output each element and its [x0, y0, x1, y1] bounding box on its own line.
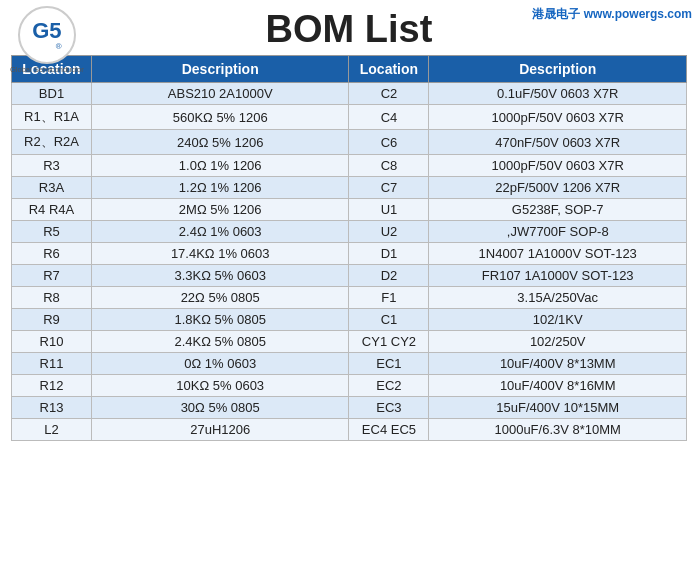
location1-cell: R11	[12, 353, 92, 375]
table-row: R617.4KΩ 1% 0603D11N4007 1A1000V SOT-123	[12, 243, 687, 265]
logo-circle: G5 ®	[18, 6, 76, 64]
location2-cell: D2	[349, 265, 429, 287]
logo-g5-text: G5	[32, 20, 61, 42]
logo-area: G5 ® Global Semiconductor	[10, 6, 84, 74]
description2-cell: 15uF/400V 10*15MM	[429, 397, 687, 419]
location2-cell: F1	[349, 287, 429, 309]
location2-cell: EC2	[349, 375, 429, 397]
location2-cell: U1	[349, 199, 429, 221]
description1-cell: 0Ω 1% 0603	[91, 353, 349, 375]
location2-cell: C6	[349, 130, 429, 155]
location1-cell: R3A	[12, 177, 92, 199]
description1-cell: 27uH1206	[91, 419, 349, 441]
location1-cell: BD1	[12, 83, 92, 105]
description2-cell: 102/1KV	[429, 309, 687, 331]
location1-cell: R1、R1A	[12, 105, 92, 130]
location2-cell: D1	[349, 243, 429, 265]
location2-cell: C1	[349, 309, 429, 331]
location1-cell: R9	[12, 309, 92, 331]
table-row: R73.3KΩ 5% 0603D2FR107 1A1000V SOT-123	[12, 265, 687, 287]
description1-cell: 30Ω 5% 0805	[91, 397, 349, 419]
description2-cell: 1000pF/50V 0603 X7R	[429, 155, 687, 177]
description2-cell: G5238F, SOP-7	[429, 199, 687, 221]
logo-reg-text: ®	[56, 42, 62, 51]
location2-cell: C4	[349, 105, 429, 130]
table-row: R2、R2A240Ω 5% 1206C6470nF/50V 0603 X7R	[12, 130, 687, 155]
description1-cell: 1.2Ω 1% 1206	[91, 177, 349, 199]
description1-cell: 1.8KΩ 5% 0805	[91, 309, 349, 331]
location1-cell: L2	[12, 419, 92, 441]
table-row: R1330Ω 5% 0805EC315uF/400V 10*15MM	[12, 397, 687, 419]
location1-cell: R13	[12, 397, 92, 419]
description2-cell: 10uF/400V 8*16MM	[429, 375, 687, 397]
description1-cell: 560KΩ 5% 1206	[91, 105, 349, 130]
location1-cell: R8	[12, 287, 92, 309]
table-row: R4 R4A2MΩ 5% 1206U1G5238F, SOP-7	[12, 199, 687, 221]
location2-cell: U2	[349, 221, 429, 243]
page-header: G5 ® Global Semiconductor BOM List 港晟电子 …	[0, 0, 698, 55]
table-row: L227uH1206EC4 EC51000uF/6.3V 8*10MM	[12, 419, 687, 441]
location1-cell: R2、R2A	[12, 130, 92, 155]
location1-cell: R3	[12, 155, 92, 177]
description1-cell: ABS210 2A1000V	[91, 83, 349, 105]
location1-cell: R12	[12, 375, 92, 397]
col-header-location2: Location	[349, 56, 429, 83]
description2-cell: FR107 1A1000V SOT-123	[429, 265, 687, 287]
col-header-description2: Description	[429, 56, 687, 83]
description2-cell: 470nF/50V 0603 X7R	[429, 130, 687, 155]
location1-cell: R10	[12, 331, 92, 353]
description1-cell: 22Ω 5% 0805	[91, 287, 349, 309]
location2-cell: C7	[349, 177, 429, 199]
location1-cell: R7	[12, 265, 92, 287]
description2-cell: 10uF/400V 8*13MM	[429, 353, 687, 375]
description1-cell: 2MΩ 5% 1206	[91, 199, 349, 221]
location2-cell: EC3	[349, 397, 429, 419]
description1-cell: 240Ω 5% 1206	[91, 130, 349, 155]
description2-cell: ,JW7700F SOP-8	[429, 221, 687, 243]
description1-cell: 2.4KΩ 5% 0805	[91, 331, 349, 353]
location2-cell: CY1 CY2	[349, 331, 429, 353]
description2-cell: 0.1uF/50V 0603 X7R	[429, 83, 687, 105]
location1-cell: R4 R4A	[12, 199, 92, 221]
description2-cell: 1000pF/50V 0603 X7R	[429, 105, 687, 130]
page-title: BOM List	[266, 8, 433, 51]
table-row: R91.8KΩ 5% 0805C1102/1KV	[12, 309, 687, 331]
bom-table: Location Description Location Descriptio…	[11, 55, 687, 441]
location2-cell: EC4 EC5	[349, 419, 429, 441]
table-header-row: Location Description Location Descriptio…	[12, 56, 687, 83]
location2-cell: EC1	[349, 353, 429, 375]
table-row: R1210KΩ 5% 0603EC210uF/400V 8*16MM	[12, 375, 687, 397]
location1-cell: R6	[12, 243, 92, 265]
table-row: BD1ABS210 2A1000VC20.1uF/50V 0603 X7R	[12, 83, 687, 105]
table-row: R1、R1A560KΩ 5% 1206C41000pF/50V 0603 X7R	[12, 105, 687, 130]
description1-cell: 2.4Ω 1% 0603	[91, 221, 349, 243]
col-header-description1: Description	[91, 56, 349, 83]
location2-cell: C2	[349, 83, 429, 105]
description1-cell: 1.0Ω 1% 1206	[91, 155, 349, 177]
description1-cell: 3.3KΩ 5% 0603	[91, 265, 349, 287]
description2-cell: 3.15A/250Vac	[429, 287, 687, 309]
table-row: R31.0Ω 1% 1206C81000pF/50V 0603 X7R	[12, 155, 687, 177]
logo-sub-text: Global Semiconductor	[10, 65, 84, 74]
table-row: R52.4Ω 1% 0603U2,JW7700F SOP-8	[12, 221, 687, 243]
description1-cell: 17.4KΩ 1% 0603	[91, 243, 349, 265]
table-row: R110Ω 1% 0603EC110uF/400V 8*13MM	[12, 353, 687, 375]
description2-cell: 102/250V	[429, 331, 687, 353]
description2-cell: 22pF/500V 1206 X7R	[429, 177, 687, 199]
description2-cell: 1N4007 1A1000V SOT-123	[429, 243, 687, 265]
watermark: 港晟电子 www.powergs.com	[532, 6, 692, 23]
location2-cell: C8	[349, 155, 429, 177]
description1-cell: 10KΩ 5% 0603	[91, 375, 349, 397]
description2-cell: 1000uF/6.3V 8*10MM	[429, 419, 687, 441]
table-row: R3A1.2Ω 1% 1206C722pF/500V 1206 X7R	[12, 177, 687, 199]
table-row: R822Ω 5% 0805F13.15A/250Vac	[12, 287, 687, 309]
table-row: R102.4KΩ 5% 0805CY1 CY2102/250V	[12, 331, 687, 353]
location1-cell: R5	[12, 221, 92, 243]
